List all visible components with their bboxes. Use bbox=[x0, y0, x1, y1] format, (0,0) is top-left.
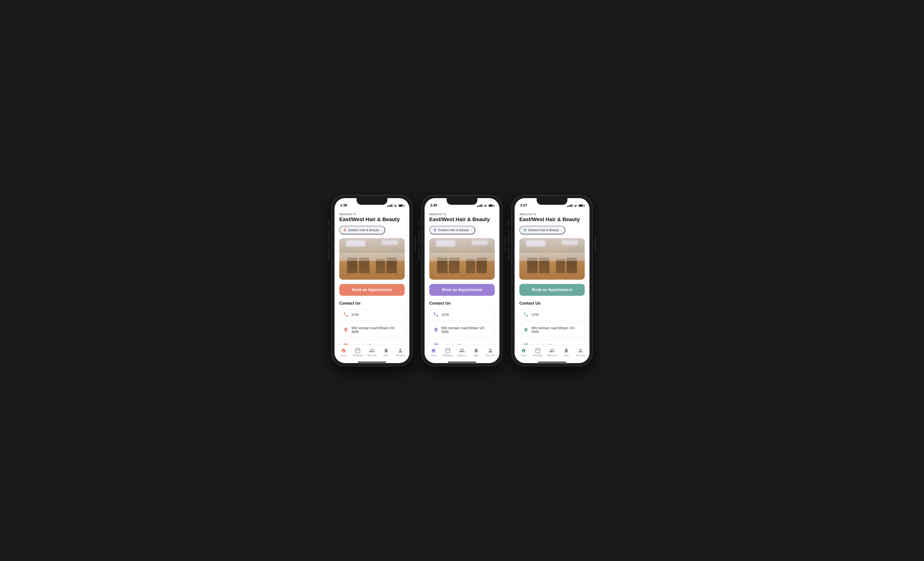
nav-item-alert[interactable]: Alert bbox=[469, 348, 483, 357]
nav-item-account[interactable]: Account bbox=[573, 348, 588, 357]
nav-label-account: Account bbox=[486, 354, 495, 357]
chevron-right-icon: › bbox=[471, 229, 472, 232]
notch bbox=[447, 198, 477, 205]
mail-icon bbox=[524, 343, 529, 344]
contact-us-title: Contact Us bbox=[519, 301, 585, 306]
location-pin-icon bbox=[343, 228, 347, 232]
home-nav-icon bbox=[431, 348, 436, 353]
main-content: Welcome To East/West Hair & Beauty Easte… bbox=[514, 209, 590, 344]
address-pin-icon bbox=[434, 327, 438, 332]
status-icons bbox=[567, 204, 584, 207]
nav-label-home: Home bbox=[520, 354, 527, 357]
phone-orange: 1:38 We bbox=[332, 195, 412, 366]
volume-up-button[interactable] bbox=[508, 231, 509, 244]
power-button[interactable] bbox=[415, 236, 416, 253]
location-pill[interactable]: Eastern Hair & Beauty › bbox=[519, 226, 565, 235]
welcome-label: Welcome To bbox=[519, 212, 585, 216]
home-indicator bbox=[334, 362, 410, 363]
nav-item-account[interactable]: Account bbox=[393, 348, 408, 357]
address-contact-item[interactable]: 999 notmain road Eltham VIC 3095 bbox=[339, 323, 405, 337]
welcome-label: Welcome To bbox=[429, 212, 495, 216]
email-contact-item[interactable]: easternhair@youreontime.com bbox=[339, 339, 405, 344]
phone-number: 1234 bbox=[351, 313, 359, 316]
location-pill[interactable]: Eastern Hair & Beauty › bbox=[339, 226, 385, 235]
battery-icon bbox=[399, 204, 404, 207]
signal-icon bbox=[567, 204, 572, 207]
silent-button[interactable] bbox=[508, 219, 509, 227]
power-button[interactable] bbox=[595, 236, 596, 253]
bottom-nav: Home Bookings bbox=[514, 344, 590, 362]
volume-down-button[interactable] bbox=[328, 247, 329, 260]
volume-down-button[interactable] bbox=[418, 247, 419, 260]
volume-up-button[interactable] bbox=[328, 231, 329, 244]
volume-up-button[interactable] bbox=[418, 231, 419, 244]
address-text: 999 notmain road Eltham VIC 3095 bbox=[531, 326, 581, 334]
mail-icon bbox=[434, 343, 438, 344]
bell-nav-icon bbox=[563, 348, 569, 353]
contact-us-title: Contact Us bbox=[429, 301, 495, 306]
nav-item-about-us[interactable]: About us bbox=[545, 348, 559, 357]
location-pill[interactable]: Eastern Hair & Beauty › bbox=[429, 226, 475, 235]
nav-label-account: Account bbox=[576, 354, 585, 357]
phone-number: 1234 bbox=[531, 313, 539, 316]
svg-rect-8 bbox=[536, 349, 540, 353]
chevron-right-icon: › bbox=[381, 229, 382, 232]
phone-purple: 2:29 We bbox=[422, 195, 502, 366]
silent-button[interactable] bbox=[418, 219, 419, 227]
nav-label-bookings: Bookings bbox=[443, 354, 453, 357]
address-pin-icon bbox=[343, 327, 348, 332]
nav-item-home[interactable]: Home bbox=[516, 348, 531, 357]
book-appointment-button[interactable]: Book an Appointment bbox=[339, 284, 405, 296]
home-indicator bbox=[514, 362, 590, 363]
people-nav-icon bbox=[369, 348, 375, 353]
nav-item-alert[interactable]: Alert bbox=[559, 348, 573, 357]
silent-button[interactable] bbox=[328, 219, 329, 227]
status-time: 1:38 bbox=[340, 203, 347, 207]
wifi-icon bbox=[483, 204, 488, 207]
chevron-right-icon: › bbox=[561, 229, 562, 232]
nav-label-about-us: About us bbox=[547, 354, 556, 357]
battery-icon bbox=[579, 204, 584, 207]
phone-contact-item[interactable]: 1234 bbox=[429, 308, 495, 320]
nav-item-bookings[interactable]: Bookings bbox=[531, 348, 545, 357]
wifi-icon bbox=[574, 204, 578, 207]
salon-image bbox=[429, 238, 495, 280]
status-time: 2:29 bbox=[430, 203, 437, 207]
book-appointment-button[interactable]: Book an Appointment bbox=[429, 284, 495, 296]
person-nav-icon bbox=[578, 348, 583, 353]
nav-label-about-us: About us bbox=[457, 354, 466, 357]
location-label: Eastern Hair & Beauty bbox=[528, 228, 559, 232]
nav-item-bookings[interactable]: Bookings bbox=[441, 348, 455, 357]
nav-item-home[interactable]: Home bbox=[426, 348, 441, 357]
signal-icon bbox=[387, 204, 392, 207]
phone-icon bbox=[524, 312, 529, 317]
address-contact-item[interactable]: 999 notmain road Eltham VIC 3095 bbox=[519, 323, 585, 337]
book-appointment-button[interactable]: Book an Appointment bbox=[519, 284, 585, 296]
salon-title: East/West Hair & Beauty bbox=[339, 217, 405, 223]
phone-contact-item[interactable]: 1234 bbox=[339, 308, 405, 320]
volume-down-button[interactable] bbox=[508, 247, 509, 260]
email-contact-item[interactable]: easternhair@youreontime.com bbox=[519, 339, 585, 344]
phone-screen: 2:27 We bbox=[514, 198, 590, 363]
home-nav-icon bbox=[341, 348, 346, 353]
nav-label-alert: Alert bbox=[564, 354, 569, 357]
power-button[interactable] bbox=[505, 236, 506, 253]
nav-label-account: Account bbox=[396, 354, 405, 357]
email-contact-item[interactable]: easternhair@youreontime.com bbox=[429, 339, 495, 344]
welcome-label: Welcome To bbox=[339, 212, 405, 216]
nav-label-bookings: Bookings bbox=[533, 354, 543, 357]
nav-item-account[interactable]: Account bbox=[483, 348, 498, 357]
nav-item-bookings[interactable]: Bookings bbox=[351, 348, 365, 357]
salon-decor bbox=[519, 238, 585, 280]
address-contact-item[interactable]: 999 notmain road Eltham VIC 3095 bbox=[429, 323, 495, 337]
nav-item-home[interactable]: Home bbox=[336, 348, 351, 357]
bottom-nav: Home Bookings bbox=[334, 344, 410, 362]
phone-contact-item[interactable]: 1234 bbox=[519, 308, 585, 320]
nav-label-home: Home bbox=[430, 354, 437, 357]
location-pin-icon bbox=[433, 228, 437, 232]
bell-nav-icon bbox=[383, 348, 389, 353]
salon-decor bbox=[429, 238, 495, 280]
nav-item-alert[interactable]: Alert bbox=[379, 348, 393, 357]
nav-item-about-us[interactable]: About us bbox=[365, 348, 379, 357]
nav-item-about-us[interactable]: About us bbox=[455, 348, 469, 357]
